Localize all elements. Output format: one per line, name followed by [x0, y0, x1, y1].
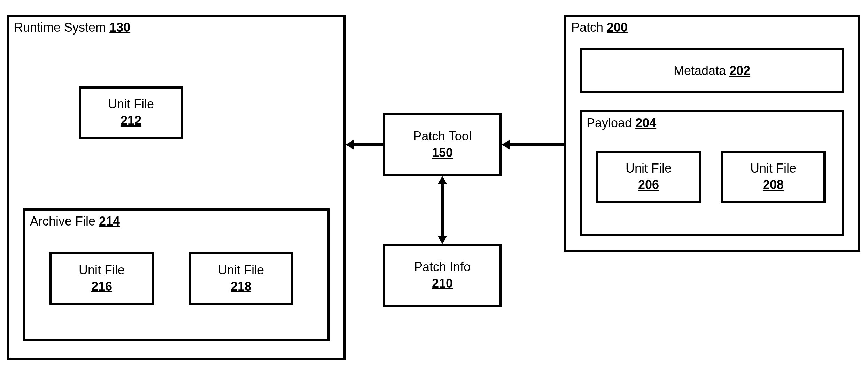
archive-file-container: Archive File 214 Unit File 216 Unit File… — [23, 208, 330, 341]
payload-ref: 204 — [635, 116, 656, 130]
archive-file-title: Archive File 214 — [30, 214, 120, 229]
patch-tool: Patch Tool 150 — [383, 113, 502, 176]
payload-title: Payload 204 — [587, 116, 656, 130]
svg-marker-5 — [437, 176, 447, 184]
patch-info-ref: 210 — [432, 276, 453, 290]
patch-label: Patch — [571, 20, 603, 35]
unit-file-216-ref: 216 — [91, 279, 112, 294]
arrow-patchtool-to-runtime — [346, 138, 383, 152]
unit-file-218-label: Unit File — [218, 263, 264, 277]
svg-marker-1 — [346, 140, 354, 150]
patch-container: Patch 200 Metadata 202 Payload 204 Unit … — [564, 15, 860, 252]
unit-file-208: Unit File 208 — [721, 151, 826, 203]
unit-file-218: Unit File 218 — [189, 252, 293, 305]
unit-file-216: Unit File 216 — [49, 252, 154, 305]
runtime-system-container: Runtime System 130 Unit File 212 Archive… — [7, 15, 346, 360]
payload-container: Payload 204 Unit File 206 Unit File 208 — [580, 110, 844, 236]
unit-file-212: Unit File 212 — [79, 86, 183, 139]
arrow-patchtool-patchinfo — [435, 176, 449, 244]
arrow-patch-to-patchtool — [502, 138, 564, 152]
patch-title: Patch 200 — [571, 20, 628, 35]
runtime-system-title: Runtime System 130 — [14, 20, 130, 35]
runtime-system-ref: 130 — [109, 20, 130, 35]
payload-label: Payload — [587, 116, 632, 130]
patch-tool-label: Patch Tool — [413, 129, 471, 143]
unit-file-212-ref: 212 — [121, 113, 141, 128]
svg-marker-3 — [502, 140, 510, 150]
unit-file-206: Unit File 206 — [596, 151, 701, 203]
metadata-block: Metadata 202 — [580, 48, 844, 93]
archive-file-ref: 214 — [99, 214, 120, 228]
patch-tool-ref: 150 — [432, 145, 453, 160]
archive-file-label: Archive File — [30, 214, 95, 228]
unit-file-206-label: Unit File — [626, 161, 672, 175]
svg-marker-6 — [437, 236, 447, 244]
unit-file-206-ref: 206 — [638, 177, 659, 192]
runtime-system-label: Runtime System — [14, 20, 106, 35]
patch-info: Patch Info 210 — [383, 244, 502, 307]
unit-file-216-label: Unit File — [79, 263, 125, 277]
metadata-label: Metadata — [674, 63, 726, 78]
metadata-ref: 202 — [729, 63, 750, 78]
unit-file-208-ref: 208 — [763, 177, 784, 192]
unit-file-218-ref: 218 — [231, 279, 251, 294]
unit-file-212-label: Unit File — [108, 97, 154, 111]
patch-ref: 200 — [607, 20, 628, 35]
patch-info-label: Patch Info — [414, 260, 471, 274]
unit-file-208-label: Unit File — [750, 161, 796, 175]
